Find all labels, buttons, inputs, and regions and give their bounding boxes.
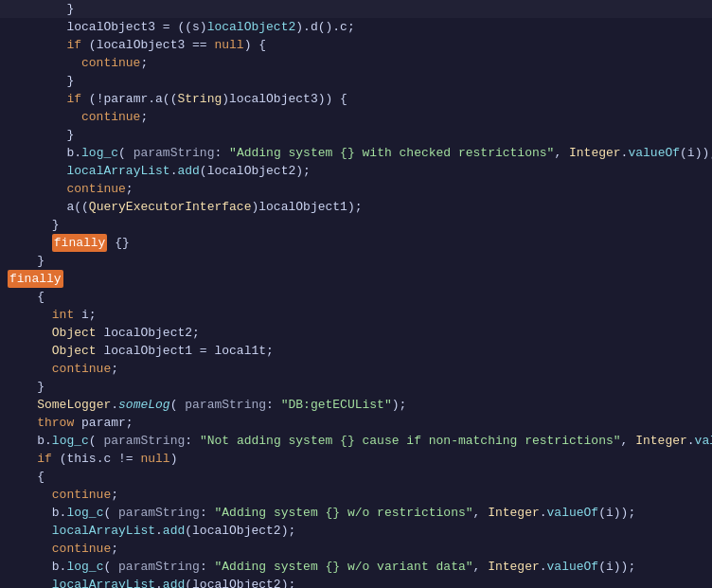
code-line: SomeLogger.someLog( paramString: "DB:get…	[0, 396, 712, 414]
code-line: localObject3 = ((s)localObject2).d().c;	[0, 18, 712, 36]
code-line: b.log_c( paramString: "Adding system {} …	[0, 144, 712, 162]
code-line: }	[0, 72, 712, 90]
code-line: }	[0, 0, 712, 18]
code-line: continue;	[0, 540, 712, 558]
code-line: b.log_c( paramString: "Adding system {} …	[0, 558, 712, 576]
code-line: if (!paramr.a((String)localObject3)) {	[0, 90, 712, 108]
code-line: a((QueryExecutorInterface)localObject1);	[0, 198, 712, 216]
code-line: continue;	[0, 54, 712, 72]
code-line: finally {}	[0, 234, 712, 252]
code-line: Object localObject1 = local1t;	[0, 342, 712, 360]
code-line: continue;	[0, 486, 712, 504]
finally-keyword-1: finally	[52, 234, 108, 252]
code-line: if (localObject3 == null) {	[0, 36, 712, 54]
code-line: b.log_c( paramString: "Not adding system…	[0, 432, 712, 450]
code-line: {	[0, 468, 712, 486]
code-line: Object localObject2;	[0, 324, 712, 342]
code-line: localArrayList.add(localObject2);	[0, 576, 712, 588]
code-line: if (this.c != null)	[0, 450, 712, 468]
code-line: localArrayList.add(localObject2);	[0, 522, 712, 540]
code-line: finally	[0, 270, 712, 288]
code-line: b.log_c( paramString: "Adding system {} …	[0, 504, 712, 522]
code-line: throw paramr;	[0, 414, 712, 432]
code-line: int i;	[0, 306, 712, 324]
code-line: continue;	[0, 108, 712, 126]
finally-keyword-2: finally	[8, 270, 63, 288]
code-line: }	[0, 252, 712, 270]
code-text: }	[8, 0, 74, 18]
code-line: continue;	[0, 180, 712, 198]
code-editor: } localObject3 = ((s)localObject2).d().c…	[0, 0, 712, 588]
code-line: localArrayList.add(localObject2);	[0, 162, 712, 180]
code-line: }	[0, 126, 712, 144]
code-line: continue;	[0, 360, 712, 378]
code-line: }	[0, 378, 712, 396]
code-text	[8, 18, 66, 36]
code-line: }	[0, 216, 712, 234]
code-line: {	[0, 288, 712, 306]
